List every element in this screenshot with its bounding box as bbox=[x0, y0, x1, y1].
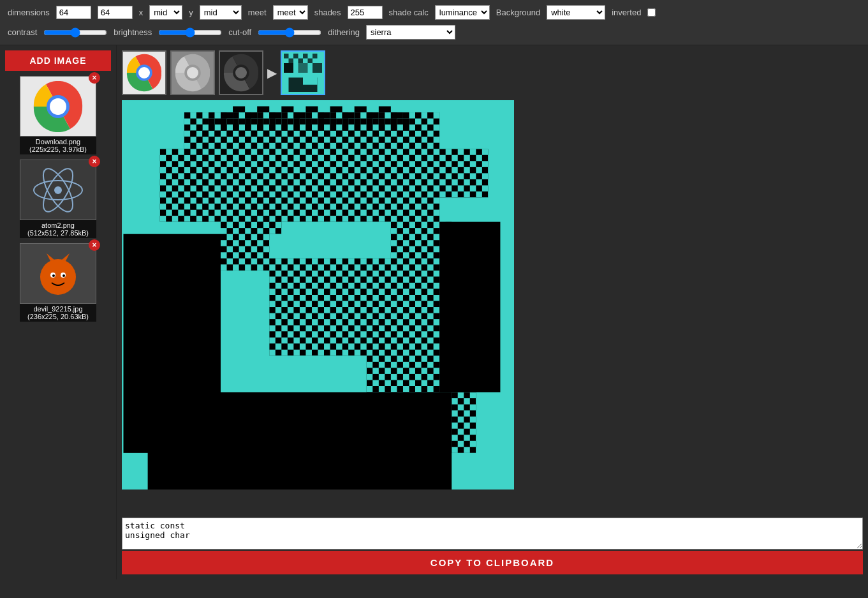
main-layout: ADD IMAGE Do bbox=[0, 45, 868, 579]
image-item-0: Download.png (225x225, 3.97kB) × bbox=[20, 76, 96, 154]
shade-calc-label: shade calc bbox=[389, 8, 429, 17]
brightness-label: brightness bbox=[114, 27, 152, 37]
image-label-2: devil_92215.jpg (236x225, 20.63kB) bbox=[20, 304, 96, 322]
toolbar: dimensions x midleftright y midtopbottom… bbox=[0, 0, 868, 45]
svg-point-6 bbox=[54, 186, 62, 194]
x-select[interactable]: midleftright bbox=[149, 5, 182, 20]
svg-rect-40 bbox=[355, 107, 367, 113]
remove-image-0-button[interactable]: × bbox=[89, 72, 100, 84]
svg-rect-114 bbox=[184, 112, 439, 222]
image-preview-2[interactable] bbox=[20, 243, 96, 304]
svg-rect-37 bbox=[281, 107, 293, 113]
svg-rect-120 bbox=[160, 417, 282, 477]
svg-rect-23 bbox=[293, 54, 298, 59]
preview-canvas bbox=[122, 100, 863, 515]
thumbnail-1[interactable] bbox=[170, 50, 215, 95]
dim-y-input[interactable] bbox=[98, 6, 133, 19]
svg-point-11 bbox=[63, 274, 65, 277]
image-label-1: atom2.png (512x512, 27.85kB) bbox=[20, 220, 96, 238]
brightness-slider[interactable] bbox=[158, 27, 222, 38]
image-item-1: atom2.png (512x512, 27.85kB) × bbox=[20, 160, 96, 238]
thumbnail-3[interactable] bbox=[281, 50, 325, 95]
shades-label: shades bbox=[314, 8, 341, 17]
sidebar: ADD IMAGE Do bbox=[0, 45, 117, 579]
cutoff-slider-group bbox=[258, 27, 321, 38]
image-item-2: devil_92215.jpg (236x225, 20.63kB) × bbox=[20, 243, 96, 322]
thumbnail-0[interactable] bbox=[122, 50, 166, 95]
copy-to-clipboard-button[interactable]: COPY TO CLIPBOARD bbox=[122, 551, 863, 574]
x-label: x bbox=[139, 8, 143, 17]
svg-rect-121 bbox=[367, 319, 476, 453]
svg-rect-36 bbox=[257, 107, 269, 113]
contrast-slider[interactable] bbox=[43, 27, 107, 38]
code-textarea[interactable]: static const unsigned char bbox=[122, 518, 863, 549]
svg-rect-39 bbox=[330, 107, 342, 113]
inverted-checkbox[interactable] bbox=[647, 8, 656, 17]
meet-select[interactable]: meetslicenone bbox=[273, 5, 308, 20]
svg-rect-31 bbox=[313, 63, 322, 73]
cutoff-label: cut-off bbox=[228, 27, 251, 37]
y-select[interactable]: midtopbottom bbox=[200, 5, 242, 20]
svg-rect-25 bbox=[313, 54, 318, 59]
image-label-0: Download.png (225x225, 3.97kB) bbox=[20, 137, 96, 154]
svg-point-14 bbox=[138, 67, 150, 78]
thumb-chrome-grey-icon bbox=[173, 54, 212, 92]
shade-calc-select[interactable]: luminanceaveragelightness bbox=[435, 5, 490, 20]
dither-preview-image bbox=[122, 100, 514, 490]
image-preview-0[interactable] bbox=[20, 76, 96, 137]
thumb-chrome-dither-icon bbox=[284, 54, 322, 92]
svg-rect-117 bbox=[391, 222, 452, 320]
dithering-label: dithering bbox=[328, 27, 360, 37]
svg-point-7 bbox=[40, 259, 76, 295]
image-preview-1[interactable] bbox=[20, 160, 96, 220]
inverted-label: inverted bbox=[612, 8, 641, 17]
svg-rect-33 bbox=[303, 73, 318, 85]
background-select[interactable]: whiteblacktransparent bbox=[547, 5, 605, 20]
svg-rect-116 bbox=[439, 149, 488, 197]
svg-rect-28 bbox=[308, 59, 313, 64]
devil-icon bbox=[33, 248, 84, 299]
add-image-button[interactable]: ADD IMAGE bbox=[5, 50, 111, 71]
svg-rect-26 bbox=[289, 59, 294, 64]
dim-x-input[interactable] bbox=[56, 6, 91, 19]
dimensions-label: dimensions bbox=[8, 8, 50, 17]
svg-rect-22 bbox=[284, 54, 289, 59]
contrast-label: contrast bbox=[8, 27, 37, 37]
toolbar-row-1: dimensions x midleftright y midtopbottom… bbox=[8, 5, 860, 20]
y-label: y bbox=[189, 8, 193, 17]
chrome-icon bbox=[33, 81, 84, 132]
svg-point-10 bbox=[52, 274, 55, 277]
atom-icon bbox=[33, 165, 84, 216]
svg-rect-27 bbox=[298, 59, 304, 64]
meet-label: meet bbox=[248, 8, 267, 17]
bottom-area: static const unsigned char COPY TO CLIPB… bbox=[122, 518, 863, 574]
remove-image-1-button[interactable]: × bbox=[89, 156, 100, 167]
background-label: Background bbox=[496, 8, 540, 17]
svg-rect-30 bbox=[298, 63, 308, 73]
toolbar-row-2: contrast brightness cut-off dithering si… bbox=[8, 25, 860, 40]
remove-image-2-button[interactable]: × bbox=[89, 239, 100, 251]
svg-rect-123 bbox=[245, 185, 281, 234]
cutoff-slider[interactable] bbox=[258, 27, 321, 38]
arrow-icon: ▶ bbox=[267, 65, 277, 80]
svg-rect-38 bbox=[305, 107, 318, 113]
svg-rect-115 bbox=[160, 149, 209, 221]
thumbnail-2[interactable] bbox=[219, 50, 263, 95]
svg-rect-41 bbox=[379, 107, 391, 113]
svg-rect-29 bbox=[284, 63, 293, 73]
svg-point-2 bbox=[50, 98, 66, 115]
content-area: ▶ bbox=[117, 45, 868, 579]
thumbnails-row: ▶ bbox=[122, 50, 863, 95]
shades-input[interactable] bbox=[348, 6, 383, 19]
dithering-select[interactable]: sierra floydsteinberg atkinson jarvis st… bbox=[366, 25, 455, 40]
svg-point-17 bbox=[187, 67, 198, 78]
svg-point-20 bbox=[235, 67, 247, 78]
contrast-slider-group bbox=[43, 27, 107, 38]
svg-rect-35 bbox=[233, 107, 245, 113]
thumb-chrome-color-icon bbox=[125, 54, 163, 92]
thumb-chrome-dark-icon bbox=[222, 54, 260, 92]
brightness-slider-group bbox=[158, 27, 222, 38]
svg-rect-24 bbox=[303, 54, 308, 59]
